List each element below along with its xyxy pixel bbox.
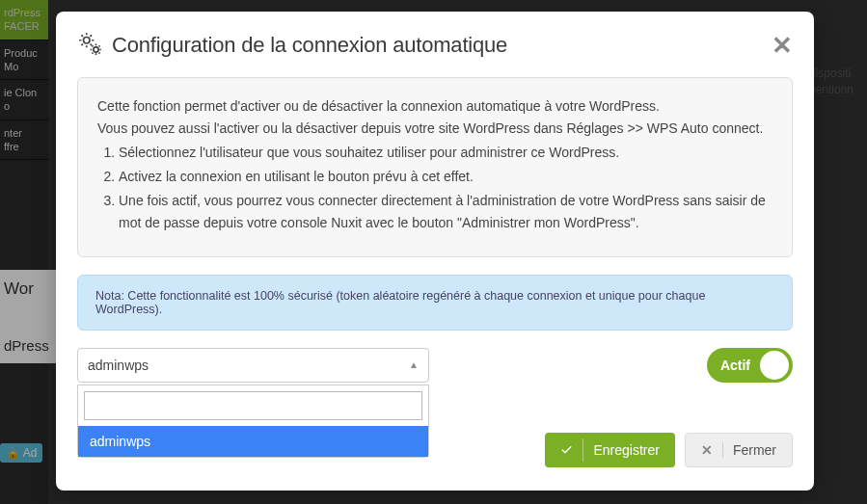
- autoconnect-dialog: Configuration de la connexion automatiqu…: [56, 12, 814, 491]
- close-button[interactable]: ✕ Fermer: [685, 433, 793, 467]
- save-button[interactable]: Enregistrer: [545, 433, 674, 467]
- toggle-label: Actif: [720, 358, 750, 373]
- info-box: Cette fonction permet d'activer ou de dé…: [77, 77, 793, 257]
- intro-line: Vous pouvez aussi l'activer ou la désact…: [97, 118, 772, 140]
- save-button-label: Enregistrer: [593, 442, 659, 458]
- user-select-value: adminwps: [88, 358, 149, 373]
- svg-point-1: [94, 47, 98, 52]
- chevron-down-icon: ▲: [409, 359, 419, 370]
- step-item: Une fois actif, vous pourrez vous connec…: [119, 190, 772, 234]
- close-icon[interactable]: ✕: [772, 33, 793, 58]
- dialog-title: Configuration de la connexion automatiqu…: [112, 33, 507, 58]
- user-select-display[interactable]: adminwps ▲: [77, 348, 429, 383]
- gears-icon: [77, 31, 102, 60]
- active-toggle[interactable]: Actif: [707, 348, 793, 383]
- user-select-dropdown: adminwps: [77, 385, 429, 458]
- toggle-knob: [760, 351, 789, 380]
- user-select-search-wrap: [78, 385, 428, 426]
- dialog-header: Configuration de la connexion automatiqu…: [77, 31, 793, 60]
- control-row: adminwps ▲ adminwps Actif: [77, 348, 793, 383]
- intro-line: Cette fonction permet d'activer ou de dé…: [97, 95, 772, 118]
- steps-list: Sélectionnez l'utilisateur que vous souh…: [97, 142, 772, 234]
- note-box: Nota: Cette fonctionnalité est 100% sécu…: [77, 275, 793, 331]
- step-item: Sélectionnez l'utilisateur que vous souh…: [119, 142, 772, 164]
- step-item: Activez la connexion en utilisant le bou…: [119, 166, 772, 188]
- svg-point-0: [84, 38, 91, 44]
- user-select[interactable]: adminwps ▲ adminwps: [77, 348, 429, 383]
- user-select-option[interactable]: adminwps: [78, 426, 428, 457]
- user-select-search-input[interactable]: [84, 391, 422, 420]
- close-button-label: Fermer: [733, 442, 776, 458]
- check-icon: [560, 438, 583, 462]
- close-icon: ✕: [701, 442, 723, 458]
